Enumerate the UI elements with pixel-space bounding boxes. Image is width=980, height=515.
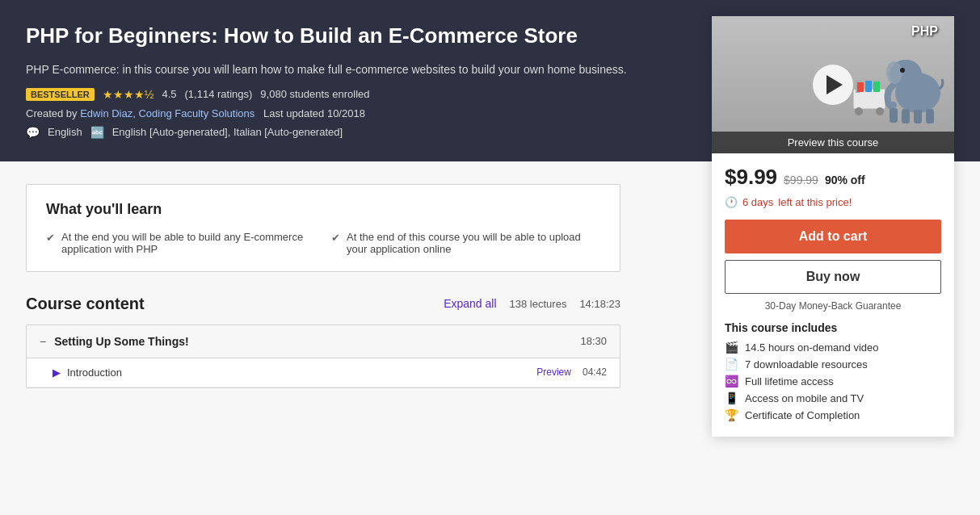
svg-point-9	[886, 61, 902, 84]
include-mobile: Access on mobile and TV	[745, 392, 864, 404]
include-certificate: Certificate of Completion	[745, 409, 860, 421]
money-back-guarantee: 30-Day Money-Back Guarantee	[725, 300, 941, 312]
checkmark-icon: ✔	[46, 232, 55, 244]
add-to-cart-button[interactable]: Add to cart	[725, 220, 941, 253]
svg-rect-13	[926, 109, 934, 124]
include-downloads: 7 downloadable resources	[745, 358, 868, 371]
section-name: Setting Up Some Things!	[54, 335, 188, 348]
course-card: PHP Preview this course $9.99 $99.99 90%…	[712, 16, 954, 437]
language-label: English	[48, 126, 82, 138]
countdown-days: 6 days	[742, 196, 773, 208]
captions-label: English [Auto-generated], Italian [Auto-…	[112, 126, 343, 138]
svg-rect-5	[865, 81, 872, 92]
countdown-text: left at this price!	[778, 196, 852, 208]
preview-link[interactable]: Preview	[536, 366, 571, 378]
elephant-illustration	[849, 24, 946, 129]
play-triangle-icon	[826, 75, 843, 94]
bestseller-badge: BESTSELLER	[26, 88, 95, 101]
created-by-label: Created by	[26, 107, 80, 119]
learn-box: What you'll learn ✔ At the end you will …	[26, 184, 620, 272]
section-row[interactable]: − Setting Up Some Things! 18:30	[27, 325, 620, 358]
rating-value: 4.5	[162, 88, 176, 100]
price-row: $9.99 $99.99 90% off	[725, 165, 941, 190]
learn-title: What you'll learn	[46, 201, 600, 218]
list-item: 📄 7 downloadable resources	[725, 358, 941, 371]
learn-item: ✔ At the end you will be able to build a…	[46, 231, 315, 255]
hero-meta-row: BESTSELLER ★★★★½ 4.5 (1,114 ratings) 9,0…	[26, 88, 627, 101]
author-link[interactable]: Edwin Diaz, Coding Faculty Solutions	[80, 107, 254, 119]
list-item: 🏆 Certificate of Completion	[725, 408, 941, 421]
list-item: 🎬 14.5 hours on-demand video	[725, 341, 941, 354]
svg-rect-12	[914, 110, 922, 124]
svg-rect-6	[873, 82, 880, 92]
hero-created: Created by Edwin Diaz, Coding Faculty So…	[26, 107, 627, 119]
clock-icon: 🕐	[725, 196, 738, 208]
svg-rect-11	[902, 109, 910, 124]
current-price: $9.99	[725, 165, 777, 190]
discount-text: 90% off	[825, 174, 865, 186]
hero-language: 💬 English 🔤 English [Auto-generated], It…	[26, 126, 627, 139]
content-section: − Setting Up Some Things! 18:30 ▶ Introd…	[26, 324, 620, 388]
total-duration: 14:18:23	[579, 298, 620, 310]
expand-all-link[interactable]: Expand all	[444, 297, 496, 310]
svg-rect-4	[857, 82, 864, 92]
svg-point-1	[855, 107, 863, 115]
page-title: PHP for Beginners: How to Build an E-Com…	[26, 23, 627, 50]
speech-bubble-icon: 💬	[26, 126, 40, 139]
collapse-icon: −	[40, 335, 46, 348]
section-row-left: − Setting Up Some Things!	[40, 335, 189, 348]
learn-item: ✔ At the end of this course you will be …	[331, 231, 600, 255]
preview-label: Preview this course	[712, 132, 954, 153]
lifetime-icon: ♾️	[725, 375, 738, 387]
lecture-right: Preview 04:42	[536, 366, 607, 378]
video-icon: 🎬	[725, 341, 738, 354]
course-content-title: Course content	[26, 295, 145, 313]
course-content-header: Course content Expand all 138 lectures 1…	[26, 295, 620, 313]
enrolled-count: 9,080 students enrolled	[260, 88, 369, 100]
include-video: 14.5 hours on-demand video	[745, 341, 879, 354]
learn-item-text: At the end you will be able to build any…	[61, 231, 315, 255]
star-rating: ★★★★½	[103, 88, 154, 101]
course-thumbnail[interactable]: PHP Preview this course	[712, 16, 954, 153]
learn-item-text: At the end of this course you will be ab…	[347, 231, 600, 255]
main-content: What you'll learn ✔ At the end you will …	[0, 161, 646, 411]
hero-left: PHP for Beginners: How to Build an E-Com…	[26, 23, 627, 139]
svg-point-10	[900, 68, 905, 73]
page-wrapper: PHP for Beginners: How to Build an E-Com…	[0, 0, 980, 515]
play-button[interactable]	[813, 65, 853, 105]
lecture-count: 138 lectures	[510, 298, 567, 310]
original-price: $99.99	[784, 174, 818, 186]
certificate-icon: 🏆	[725, 408, 738, 421]
mobile-icon: 📱	[725, 391, 738, 404]
last-updated: Last updated 10/2018	[263, 107, 365, 119]
hero-section: PHP for Beginners: How to Build an E-Com…	[0, 0, 980, 161]
svg-point-2	[876, 107, 884, 115]
rating-count: (1,114 ratings)	[185, 88, 253, 100]
course-includes-title: This course includes	[725, 321, 941, 334]
play-circle-icon: ▶	[53, 366, 61, 379]
includes-list: 🎬 14.5 hours on-demand video 📄 7 downloa…	[725, 341, 941, 421]
buy-now-button[interactable]: Buy now	[725, 260, 941, 294]
list-item: ♾️ Full lifetime access	[725, 375, 941, 387]
lecture-row: ▶ Introduction Preview 04:42	[27, 358, 620, 387]
lecture-left: ▶ Introduction	[53, 366, 122, 379]
svg-rect-14	[890, 108, 898, 123]
checkmark-icon: ✔	[331, 232, 340, 244]
caption-icon: 🔤	[90, 126, 104, 139]
countdown-row: 🕐 6 days left at this price!	[725, 196, 941, 208]
card-body: $9.99 $99.99 90% off 🕐 6 days left at th…	[712, 153, 954, 437]
php-label: PHP	[911, 24, 938, 39]
lecture-time: 04:42	[583, 366, 607, 378]
lecture-name: Introduction	[67, 366, 122, 379]
include-lifetime: Full lifetime access	[745, 375, 834, 387]
download-icon: 📄	[725, 358, 738, 371]
content-meta: Expand all 138 lectures 14:18:23	[444, 297, 620, 310]
list-item: 📱 Access on mobile and TV	[725, 391, 941, 404]
section-duration: 18:30	[580, 335, 607, 347]
learn-items-grid: ✔ At the end you will be able to build a…	[46, 231, 600, 255]
hero-subtitle: PHP E-commerce: in this course you will …	[26, 61, 627, 78]
